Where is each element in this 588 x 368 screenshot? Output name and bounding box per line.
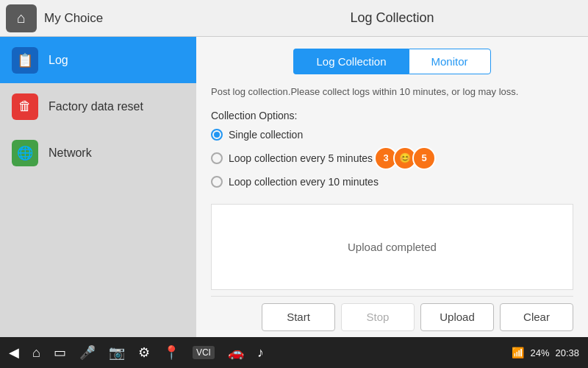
info-text: Post log collection.Please collect logs … [211,85,573,99]
stop-button[interactable]: Stop [341,303,415,331]
battery-display: 24% [530,347,549,358]
taskbar-left: ◀ ⌂ ▭ 🎤 📷 ⚙ 📍 VCI 🚗 ♪ [9,344,264,361]
tab-row: Log Collection Monitor [211,49,573,74]
finger-badge-5: 5 [412,146,436,170]
radio-every5-label: Loop collection every 5 minutes [229,152,373,164]
main-area: 📋 Log 🗑 Factory data reset 🌐 Network Log… [0,37,588,337]
settings-icon[interactable]: ⚙ [138,344,150,361]
radio-every10-label: Loop collection every 10 minutes [229,176,379,188]
clear-button[interactable]: Clear [500,303,573,331]
vci-icon[interactable]: VCI [193,346,215,359]
taskbar-right: 📶 24% 20:38 [512,347,579,358]
home-icon: ⌂ [17,10,26,26]
recent-apps-icon[interactable]: ▭ [54,344,66,361]
log-icon: 📋 [12,47,38,74]
car-icon[interactable]: 🚗 [228,344,244,361]
options-label: Collection Options: [211,110,573,121]
content-area: Log Collection Monitor Post log collecti… [196,37,588,337]
app-name: My Choice [44,11,103,26]
tab-monitor[interactable]: Monitor [409,49,491,74]
radio-single-indicator [211,129,223,141]
finger-overlay: 3 😊 5 [379,146,436,170]
sidebar-item-label-network: Network [49,146,92,160]
location-icon[interactable]: 📍 [163,344,179,361]
back-icon[interactable]: ◀ [9,344,19,361]
radio-option-every5-row: Loop collection every 5 minutes 3 😊 5 [211,146,573,170]
tab-log-collection[interactable]: Log Collection [293,49,408,74]
app-icon[interactable]: ⌂ [6,4,37,32]
radio-every10-indicator [211,176,223,188]
radio-option-every5[interactable]: Loop collection every 5 minutes [211,152,373,164]
status-text: Upload completed [348,241,437,253]
radio-option-every10[interactable]: Loop collection every 10 minutes [211,176,573,188]
sidebar-item-factory[interactable]: 🗑 Factory data reset [0,83,196,130]
bottom-buttons: Start Stop Upload Clear [211,296,573,337]
factory-icon: 🗑 [12,93,38,120]
sidebar-item-label-factory: Factory data reset [49,100,143,113]
taskbar-home-icon[interactable]: ⌂ [32,345,40,361]
time-display: 20:38 [555,347,579,358]
sidebar-item-log[interactable]: 📋 Log [0,37,196,83]
radio-option-single[interactable]: Single collection [211,129,573,141]
camera-icon[interactable]: 📷 [109,344,125,361]
header-left: ⌂ My Choice [0,4,196,32]
voice-icon[interactable]: 🎤 [79,344,96,361]
radio-single-label: Single collection [229,129,303,141]
wifi-icon: 📶 [512,347,524,358]
upload-button[interactable]: Upload [420,303,494,331]
taskbar: ◀ ⌂ ▭ 🎤 📷 ⚙ 📍 VCI 🚗 ♪ 📶 24% 20:38 [0,337,588,368]
top-header: ⌂ My Choice Log Collection [0,0,588,37]
music-icon[interactable]: ♪ [257,345,264,361]
sidebar-item-network[interactable]: 🌐 Network [0,130,196,176]
status-area: Upload completed [211,204,573,291]
sidebar-item-label-log: Log [49,54,68,67]
start-button[interactable]: Start [262,303,335,331]
page-title: Log Collection [196,10,588,26]
network-icon: 🌐 [12,140,38,166]
radio-every5-indicator [211,152,223,164]
sidebar: 📋 Log 🗑 Factory data reset 🌐 Network [0,37,196,337]
